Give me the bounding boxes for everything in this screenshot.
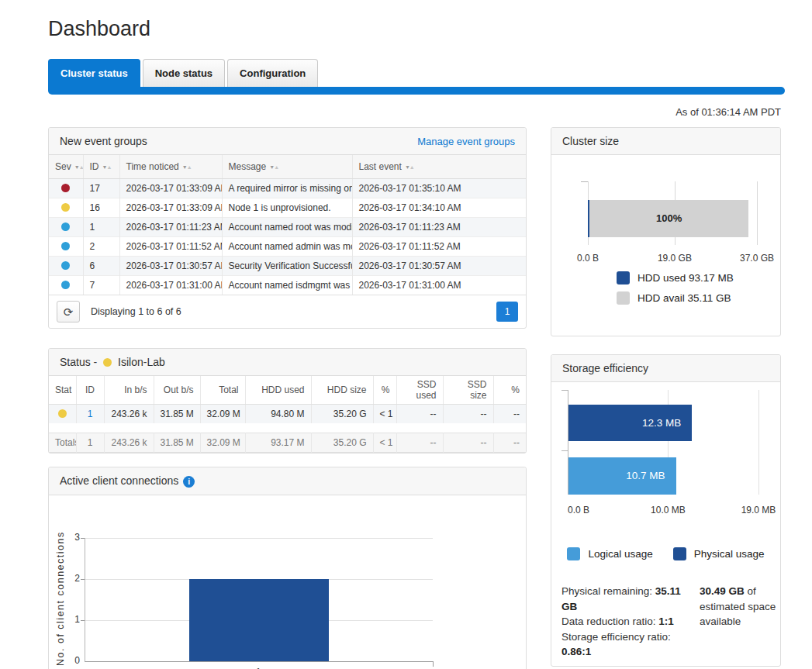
- event-last-event: 2026-03-17 01:31:00 AM: [352, 276, 526, 295]
- efficiency-ratio-value: 0.86:1: [561, 646, 591, 657]
- storage-efficiency-chart: 12.3 MB 10.7 MB 0.0 B 10.0 MB 19.0 MB: [551, 382, 780, 665]
- panel-title-status: Status - Isilon-Lab: [60, 356, 165, 368]
- event-message: Node 1 is unprovisioned.: [222, 198, 352, 218]
- logical-usage-swatch: [567, 547, 580, 560]
- severity-dot: [61, 281, 70, 289]
- event-row[interactable]: 2 2026-03-17 01:11:52 AM Account named a…: [49, 237, 526, 257]
- physical-usage-value: 12.3 MB: [642, 417, 681, 429]
- severity-dot: [61, 203, 70, 212]
- sort-icons: ▼▲: [74, 164, 83, 170]
- estimated-space-value: 30.49 GB: [700, 585, 745, 597]
- event-time-noticed: 2026-03-17 01:31:00 AM: [119, 276, 222, 295]
- event-last-event: 2026-03-17 01:34:10 AM: [352, 198, 526, 218]
- event-time-noticed: 2026-03-17 01:11:23 AM: [119, 218, 222, 237]
- status-column-header: %: [493, 376, 526, 405]
- physical-usage-swatch: [673, 547, 686, 560]
- sort-icons: ▼▲: [102, 164, 112, 170]
- tab[interactable]: Configuration: [227, 59, 318, 87]
- event-row[interactable]: 7 2026-03-17 01:31:00 AM Account named i…: [49, 276, 526, 295]
- event-row[interactable]: 1 2026-03-17 01:11:23 AM Account named r…: [49, 218, 526, 237]
- event-id: 6: [83, 257, 119, 276]
- event-time-noticed: 2026-03-17 01:30:57 AM: [119, 257, 222, 276]
- sort-icons: ▼▲: [405, 164, 414, 170]
- severity-dot: [61, 222, 70, 231]
- sort-icons: ▼▲: [182, 164, 192, 170]
- status-column-header: SSD used: [396, 376, 443, 405]
- data-reduction-value: 1:1: [658, 616, 674, 627]
- active-client-connections-panel: Active client connectionsi No. of client…: [48, 467, 527, 669]
- event-row[interactable]: 6 2026-03-17 01:30:57 AM Security Verifi…: [49, 257, 526, 276]
- storage-efficiency-panel: Storage efficiency 12.3 MB 10.7 MB: [551, 354, 781, 667]
- status-panel: Status - Isilon-Lab Stat ID: [48, 348, 527, 453]
- tab-label: Node status: [155, 67, 213, 79]
- x-tick-label: 1: [85, 666, 432, 669]
- event-last-event: 2026-03-17 01:11:23 AM: [352, 218, 526, 237]
- client-connections-chart: No. of client connections 3 2 1 0: [49, 495, 526, 669]
- node-status-dot: [58, 409, 67, 418]
- physical-usage-legend-label: Physical usage: [694, 548, 765, 560]
- tab-label: Configuration: [240, 67, 306, 79]
- severity-dot: [61, 242, 70, 250]
- panel-title-new-event-groups: New event groups: [60, 135, 147, 147]
- event-message: Account named admin was modified.: [222, 237, 352, 257]
- page-1-button[interactable]: 1: [496, 302, 518, 322]
- status-column-header: Out b/s: [154, 376, 200, 405]
- tab[interactable]: Node status: [143, 59, 225, 87]
- as-of-timestamp: As of 01:36:14 AM PDT: [48, 106, 781, 119]
- logical-usage-bar: 10.7 MB: [568, 457, 676, 495]
- tab[interactable]: Cluster status: [48, 59, 140, 87]
- y-axis-label: No. of client connections: [55, 531, 66, 666]
- status-column-header: Total: [200, 376, 245, 405]
- logical-usage-legend-label: Logical usage: [588, 548, 652, 560]
- cluster-size-legend: HDD used 93.17 MB HDD avail 35.11 GB: [617, 271, 734, 312]
- storage-efficiency-legend: Logical usage Physical usage: [551, 547, 780, 560]
- storage-efficiency-stats: Physical remaining: 35.11 GB Data reduct…: [561, 584, 791, 660]
- event-time-noticed: 2026-03-17 01:11:52 AM: [119, 237, 222, 257]
- event-id: 17: [83, 179, 119, 198]
- hdd-avail-swatch: [617, 291, 630, 305]
- status-column-header: In b/s: [104, 376, 154, 405]
- status-column-header: ID: [76, 376, 104, 405]
- refresh-button[interactable]: ⟳: [57, 301, 80, 322]
- logical-usage-value: 10.7 MB: [626, 470, 665, 481]
- event-last-event: 2026-03-17 01:11:52 AM: [352, 237, 526, 257]
- cluster-size-panel: Cluster size 100% 0.: [551, 127, 781, 336]
- hdd-used-swatch: [617, 271, 630, 284]
- event-row[interactable]: 17 2026-03-17 01:33:09 AM A required mir…: [49, 179, 526, 198]
- severity-dot: [61, 184, 70, 192]
- info-icon[interactable]: i: [183, 476, 195, 488]
- column-header[interactable]: Time noticed▼▲: [119, 155, 222, 179]
- manage-event-groups-link[interactable]: Manage event groups: [417, 136, 515, 147]
- event-table-footer: ⟳ Displaying 1 to 6 of 6 1: [49, 295, 526, 328]
- column-header[interactable]: Sev▼▲: [49, 155, 83, 179]
- panel-title-active-client-connections: Active client connectionsi: [60, 474, 195, 488]
- event-time-noticed: 2026-03-17 01:33:09 AM: [119, 198, 222, 218]
- column-header[interactable]: ID▼▲: [83, 155, 119, 179]
- event-id: 1: [83, 218, 119, 237]
- cluster-status-dot: [103, 358, 112, 367]
- severity-dot: [61, 261, 70, 270]
- event-time-noticed: 2026-03-17 01:33:09 AM: [119, 179, 222, 198]
- tab-underline: [48, 87, 785, 95]
- event-row[interactable]: 16 2026-03-17 01:33:09 AM Node 1 is unpr…: [49, 198, 526, 218]
- node-id-link[interactable]: 1: [88, 409, 93, 419]
- column-header[interactable]: Last event▼▲: [352, 155, 526, 179]
- panel-title-cluster-size: Cluster size: [562, 135, 619, 147]
- status-column-header: HDD size: [311, 376, 373, 405]
- cluster-size-chart: 100% 0.0 B 19.0 GB 37.0 GB HDD used 93.1…: [551, 155, 780, 335]
- plot-area: [85, 538, 433, 662]
- column-header[interactable]: Message▼▲: [222, 155, 352, 179]
- status-column-header: HDD used: [245, 376, 311, 405]
- event-message: A required mirror is missing on the...: [222, 179, 352, 198]
- new-event-groups-panel: New event groups Manage event groups Sev…: [48, 127, 527, 329]
- event-id: 7: [83, 276, 119, 295]
- physical-usage-bar: 12.3 MB: [568, 405, 692, 441]
- event-groups-table: Sev▼▲ ID▼▲ Time noticed▼▲: [49, 155, 526, 295]
- page-title: Dashboard: [48, 17, 812, 40]
- event-message: Security Verification Successfully ...: [222, 257, 352, 276]
- tab-bar: Cluster status Node status Configuration: [48, 59, 812, 87]
- status-totals-row: Totals 1 243.26 k 31.85 M 32.09 M 93.17 …: [49, 433, 526, 453]
- event-id: 16: [83, 198, 119, 218]
- tab-label: Cluster status: [60, 67, 128, 79]
- status-column-header: %: [373, 376, 396, 405]
